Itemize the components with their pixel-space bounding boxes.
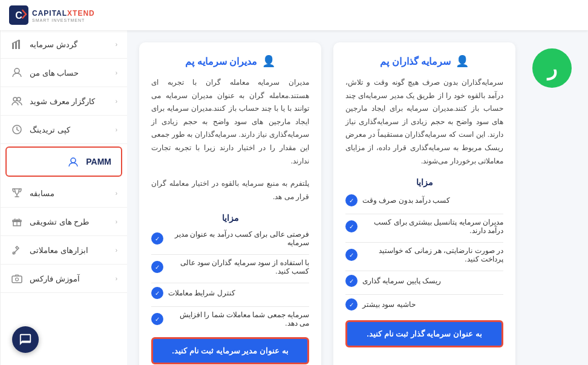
manager-platform-note: پلتفرم به منبع سرمایه بالقوه در اختیار م… bbox=[151, 177, 309, 203]
manager-card-header: 👤 مدیران سرمایه پم bbox=[151, 54, 309, 68]
manager-card-description: مدیران سرمایه معامله گران با تجربه ای هس… bbox=[151, 76, 309, 168]
investor-advantage-4-text: ریسک پایین سرمایه گذاری bbox=[362, 277, 441, 285]
main-layout: ر 👤 سرمایه گذاران پم سرمایه‌گذاران بدون … bbox=[0, 30, 588, 365]
manager-advantage-3-text: کنترل شرایط معاملات bbox=[168, 289, 235, 297]
people-icon bbox=[10, 94, 24, 108]
investor-advantages-title: مزایا bbox=[345, 177, 503, 187]
svg-point-7 bbox=[15, 68, 19, 73]
chevron-icon-7: ‹ bbox=[116, 247, 117, 254]
svg-text:ر: ر bbox=[546, 58, 557, 81]
copy-icon bbox=[10, 123, 24, 136]
sidebar-item-content-pamm: PAMM bbox=[67, 155, 111, 168]
svg-point-9 bbox=[17, 97, 21, 101]
investor-card-description: سرمایه‌گذاران بدون صرف هیچ گونه وقت و تل… bbox=[345, 76, 503, 168]
manager-check-1: ✓ bbox=[151, 232, 163, 245]
chart-icon bbox=[10, 38, 24, 51]
manager-advantage-1: فرصتی عالی برای کسب درآمد به عنوان مدیر … bbox=[151, 230, 309, 247]
manager-check-2: ✓ bbox=[151, 261, 163, 273]
investor-advantage-1: کسب درآمد بدون صرف وقت ✓ bbox=[345, 194, 503, 206]
manager-card: 👤 مدیران سرمایه پم مدیران سرمایه معامله … bbox=[139, 42, 321, 365]
sidebar-label-hesab: حساب های من bbox=[30, 68, 79, 77]
svg-point-11 bbox=[71, 158, 76, 163]
investor-advantage-1-text: کسب درآمد بدون صرف وقت bbox=[362, 196, 450, 205]
sidebar-label-kargozar: کارگزار معرف شوید bbox=[30, 97, 95, 106]
advantage-check-5: ✓ bbox=[345, 298, 358, 311]
green-logo-area: ر bbox=[528, 42, 576, 365]
sidebar-item-kargozar[interactable]: ‹ کارگزار معرف شوید bbox=[1, 87, 127, 116]
svg-point-16 bbox=[16, 278, 19, 281]
chevron-icon-3: ‹ bbox=[116, 98, 117, 105]
chevron-icon-2: ‹ bbox=[116, 70, 117, 76]
svg-rect-5 bbox=[15, 42, 17, 49]
logo-text: CAPITALXTEND SMART INVESTMENT bbox=[32, 7, 95, 22]
sidebar-item-content-4: کپی تریدینگ bbox=[10, 123, 70, 136]
manager-advantage-3: کنترل شرایط معاملات ✓ bbox=[151, 287, 309, 299]
pamm-icon bbox=[67, 155, 80, 168]
investor-advantage-3-text: در صورت نارضایتی، هر زمانی که خواستید پر… bbox=[362, 246, 503, 263]
chat-icon bbox=[19, 333, 32, 346]
sidebar-label-pamm: PAMM bbox=[86, 157, 111, 166]
manager-advantage-1-text: فرصتی عالی برای کسب درآمد به عنوان مدیر … bbox=[168, 230, 309, 247]
manager-advantage-2: با استفاده از سود سرمایه گذاران سود عالی… bbox=[151, 258, 309, 275]
chevron-icon-4: ‹ bbox=[116, 127, 117, 133]
manager-advantage-4: سرمایه جمعی شما معاملات شما را افزایش می… bbox=[151, 311, 309, 327]
tools-icon bbox=[10, 243, 24, 257]
manager-advantage-4-text: سرمایه جمعی شما معاملات شما را افزایش می… bbox=[168, 311, 309, 327]
svg-rect-15 bbox=[12, 276, 22, 283]
sidebar-label-amozesh: آموزش فارکس bbox=[30, 274, 80, 283]
svg-rect-6 bbox=[18, 40, 20, 49]
svg-text:C: C bbox=[15, 10, 22, 21]
sidebar-item-content-5: مسابقه bbox=[10, 186, 54, 200]
camera-icon bbox=[10, 272, 24, 285]
sidebar-item-pamm[interactable]: PAMM bbox=[5, 146, 122, 177]
trophy-icon bbox=[10, 186, 24, 200]
manager-check-4: ✓ bbox=[151, 313, 163, 325]
sidebar-item-mosabeghe[interactable]: ‹ مسابقه bbox=[1, 179, 127, 208]
svg-point-8 bbox=[13, 97, 17, 101]
investor-advantage-2: مدیران سرمایه پتانسیل بیشتری برای کسب در… bbox=[345, 218, 503, 235]
investor-advantage-5-text: حاشیه سود بیشتر bbox=[362, 300, 416, 309]
svg-rect-4 bbox=[12, 44, 14, 49]
account-icon bbox=[10, 66, 24, 79]
chevron-icon-8: ‹ bbox=[116, 275, 117, 282]
chevron-icon-5: ‹ bbox=[116, 190, 117, 197]
sidebar-label-copy: کپی تریدینگ bbox=[30, 125, 70, 134]
investor-card-title: سرمایه گذاران پم bbox=[380, 56, 451, 67]
sidebar-item-content-2: حساب های من bbox=[10, 66, 79, 79]
sidebar-item-amozesh-forex[interactable]: ‹ آموزش فارکس bbox=[1, 265, 127, 293]
logo-icon: C bbox=[9, 5, 28, 25]
sidebar-item-content-6: طرح های تشویقی bbox=[10, 215, 89, 228]
advantage-check-4: ✓ bbox=[345, 275, 358, 287]
sidebar-item-gerdesh-sarmaye[interactable]: ‹ گردش سرمایه bbox=[1, 30, 127, 59]
cards-container: ر 👤 سرمایه گذاران پم سرمایه‌گذاران بدون … bbox=[139, 42, 576, 365]
chevron-icon-6: ‹ bbox=[116, 219, 117, 225]
sidebar-item-tarh-tashvighi[interactable]: ‹ طرح های تشویقی bbox=[1, 208, 127, 236]
investor-advantage-4: ریسک پایین سرمایه گذاری ✓ bbox=[345, 275, 503, 287]
manager-register-button[interactable]: به عنوان مدیر سرمایه ثبت نام کنید. bbox=[151, 337, 309, 364]
chevron-icon-1: ‹ bbox=[116, 41, 117, 48]
chat-button[interactable] bbox=[12, 326, 39, 353]
manager-advantages-title: مزایا bbox=[151, 213, 309, 223]
manager-card-title: مدیران سرمایه پم bbox=[185, 56, 257, 67]
investor-advantage-3: در صورت نارضایتی، هر زمانی که خواستید پر… bbox=[345, 246, 503, 263]
sidebar-item-abzarha[interactable]: ‹ ابزارهای معاملاتی bbox=[1, 236, 127, 265]
sidebar-item-content-7: ابزارهای معاملاتی bbox=[10, 243, 88, 257]
investor-advantage-5: حاشیه سود بیشتر ✓ bbox=[345, 298, 503, 311]
sidebar-item-hesab-hay-man[interactable]: ‹ حساب های من bbox=[1, 59, 127, 87]
sidebar-label-abzarha: ابزارهای معاملاتی bbox=[30, 246, 88, 255]
sidebar-item-content-1: گردش سرمایه bbox=[10, 38, 77, 51]
investor-register-button[interactable]: به عنوان سرمایه گذار ثبت نام کنید. bbox=[345, 320, 503, 347]
sidebar-item-copy-trading[interactable]: ‹ کپی تریدینگ bbox=[1, 116, 127, 144]
investor-header-icon: 👤 bbox=[456, 54, 469, 68]
header-logo: C CAPITALXTEND SMART INVESTMENT bbox=[9, 5, 95, 25]
advantage-check-3: ✓ bbox=[345, 249, 358, 261]
advantage-check-2: ✓ bbox=[345, 220, 358, 232]
logo-xtend: XTEND bbox=[67, 9, 95, 18]
gift-icon bbox=[10, 215, 24, 228]
logo-subtitle: SMART INVESTMENT bbox=[32, 18, 95, 23]
logo-capital: CAPITAL bbox=[32, 9, 67, 18]
sidebar-label-gerdesh: گردش سرمایه bbox=[30, 40, 77, 49]
sidebar-label-mosabeghe: مسابقه bbox=[30, 189, 54, 198]
main-content: ر 👤 سرمایه گذاران پم سرمایه‌گذاران بدون … bbox=[127, 30, 588, 365]
investor-card-header: 👤 سرمایه گذاران پم bbox=[345, 54, 503, 68]
